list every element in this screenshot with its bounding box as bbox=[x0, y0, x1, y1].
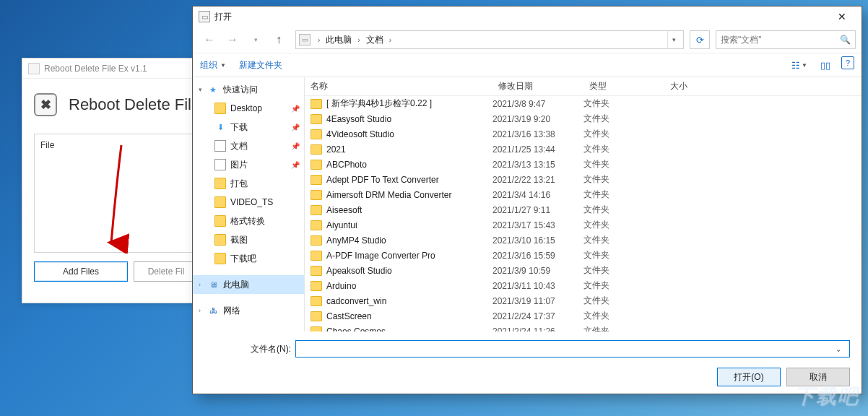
folder-icon bbox=[214, 234, 226, 246]
list-header: 名称 修改日期 类型 大小 bbox=[305, 77, 862, 96]
refresh-button[interactable]: ⟳ bbox=[690, 30, 710, 49]
column-type[interactable]: 类型 bbox=[583, 80, 664, 92]
folder-icon bbox=[214, 253, 226, 264]
file-list: 名称 修改日期 类型 大小 [ 新华字典4秒1步检字0.22 ]2021/3/8… bbox=[305, 77, 862, 332]
file-row[interactable]: 20212021/1/25 13:44文件夹 bbox=[305, 142, 862, 157]
breadcrumb-root[interactable]: 此电脑 bbox=[323, 32, 355, 48]
file-row[interactable]: 4Videosoft Studio2021/3/16 13:38文件夹 bbox=[305, 126, 862, 142]
file-name: Adept PDF To Text Converter bbox=[326, 175, 492, 185]
document-icon bbox=[214, 140, 226, 152]
view-options-button[interactable]: ☷▼ bbox=[789, 56, 810, 74]
file-row[interactable]: Aiseesoft2021/1/27 9:11文件夹 bbox=[305, 202, 862, 217]
breadcrumb-dropdown[interactable]: ▾ bbox=[667, 31, 680, 48]
file-row[interactable]: Aimersoft DRM Media Converter2021/3/4 14… bbox=[305, 187, 862, 202]
sidebar-quick-access[interactable]: ▾ ★ 快速访问 bbox=[193, 80, 304, 99]
file-row[interactable]: Adept PDF To Text Converter2021/2/22 13:… bbox=[305, 172, 862, 187]
file-date: 2021/3/19 11:07 bbox=[492, 296, 583, 306]
back-button[interactable]: ← bbox=[199, 30, 220, 50]
column-size[interactable]: 大小 bbox=[664, 80, 737, 92]
sidebar-item-label: 格式转换 bbox=[230, 215, 265, 228]
picture-icon bbox=[214, 159, 226, 170]
sidebar-item[interactable]: VIDEO_TS bbox=[193, 193, 304, 212]
chevron-right-icon: › bbox=[355, 36, 363, 44]
file-row[interactable]: cadconvert_win2021/3/19 11:07文件夹 bbox=[305, 293, 862, 308]
file-type: 文件夹 bbox=[583, 98, 664, 110]
file-row[interactable]: Chaos Cosmos2021/2/24 11:26文件夹 bbox=[305, 324, 862, 332]
folder-icon bbox=[311, 311, 322, 321]
filename-dropdown[interactable]: ⌄ bbox=[832, 345, 845, 353]
sidebar-item[interactable]: 打包 bbox=[193, 174, 304, 193]
file-date: 2021/3/17 15:43 bbox=[492, 220, 583, 230]
pin-icon: 📌 bbox=[291, 161, 300, 169]
file-row[interactable]: 4Easysoft Studio2021/3/19 9:20文件夹 bbox=[305, 111, 862, 126]
file-type: 文件夹 bbox=[583, 325, 664, 332]
sidebar-item[interactable]: 下载吧 bbox=[193, 249, 304, 268]
column-name[interactable]: 名称 bbox=[305, 80, 492, 92]
sidebar-item[interactable]: 文档📌 bbox=[193, 136, 304, 155]
sidebar-item[interactable]: 格式转换 bbox=[193, 212, 304, 230]
dialog-bottom-bar: 文件名(N): ⌄ 打开(O) 取消 bbox=[193, 332, 862, 394]
sidebar-item-label: 下载 bbox=[230, 121, 248, 134]
sidebar: ▾ ★ 快速访问 Desktop📌⬇下载📌文档📌图片📌打包VIDEO_TS格式转… bbox=[193, 77, 305, 332]
file-row[interactable]: Arduino2021/3/11 10:43文件夹 bbox=[305, 278, 862, 293]
file-name: 4Easysoft Studio bbox=[326, 114, 492, 124]
sidebar-item[interactable]: 图片📌 bbox=[193, 155, 304, 174]
cancel-button[interactable]: 取消 bbox=[786, 368, 850, 386]
folder-icon bbox=[311, 296, 322, 306]
file-date: 2021/3/8 9:47 bbox=[492, 99, 583, 109]
breadcrumb-folder[interactable]: 文档 bbox=[363, 32, 386, 48]
sidebar-item-label: 截图 bbox=[230, 234, 248, 246]
file-row[interactable]: A-PDF Image Converter Pro2021/3/16 15:59… bbox=[305, 248, 862, 263]
dialog-titlebar: ▭ 打开 ✕ bbox=[193, 6, 862, 27]
file-name: Aiyuntui bbox=[326, 220, 492, 230]
file-type: 文件夹 bbox=[583, 158, 664, 170]
forward-button[interactable]: → bbox=[222, 30, 243, 50]
folder-icon bbox=[214, 215, 226, 227]
file-name: 2021 bbox=[326, 144, 492, 155]
file-date: 2021/3/9 10:59 bbox=[492, 266, 583, 276]
file-name: cadconvert_win bbox=[326, 296, 492, 306]
file-row[interactable]: ABCPhoto2021/3/13 13:15文件夹 bbox=[305, 157, 862, 172]
organize-menu[interactable]: 组织▼ bbox=[200, 59, 226, 72]
filename-input[interactable]: ⌄ bbox=[295, 340, 850, 358]
search-input[interactable] bbox=[721, 35, 840, 45]
help-button[interactable]: ? bbox=[841, 56, 854, 69]
close-button[interactable]: ✕ bbox=[825, 7, 859, 26]
sidebar-item[interactable]: 截图 bbox=[193, 230, 304, 249]
add-files-button[interactable]: Add Files bbox=[34, 261, 128, 282]
search-box[interactable]: 🔍 bbox=[716, 30, 856, 49]
sidebar-item-label: Desktop bbox=[230, 103, 262, 113]
file-date: 2021/3/16 13:38 bbox=[492, 129, 583, 139]
up-button[interactable]: ↑ bbox=[268, 30, 290, 50]
sidebar-network[interactable]: › 🖧 网络 bbox=[193, 301, 304, 320]
folder-icon bbox=[311, 266, 322, 276]
preview-pane-button[interactable]: ▯▯ bbox=[815, 56, 836, 74]
file-type: 文件夹 bbox=[583, 264, 664, 277]
file-row[interactable]: CastScreen2021/2/24 17:37文件夹 bbox=[305, 308, 862, 324]
sidebar-item[interactable]: ⬇下载📌 bbox=[193, 118, 304, 136]
file-row[interactable]: AnyMP4 Studio2021/3/10 16:15文件夹 bbox=[305, 233, 862, 248]
computer-icon: 🖥 bbox=[207, 279, 219, 290]
file-row[interactable]: Aiyuntui2021/3/17 15:43文件夹 bbox=[305, 217, 862, 233]
sidebar-item[interactable]: Desktop📌 bbox=[193, 99, 304, 118]
delete-file-button[interactable]: Delete Fil bbox=[134, 261, 199, 282]
pin-icon: 📌 bbox=[291, 142, 300, 150]
file-date: 2021/3/4 14:16 bbox=[492, 190, 583, 200]
annotation-arrow bbox=[101, 142, 130, 254]
breadcrumb[interactable]: ▭ › 此电脑 › 文档 › ▾ bbox=[295, 30, 684, 49]
app-title: Reboot Delete File Ex v1.1 bbox=[44, 64, 147, 74]
sidebar-this-pc[interactable]: › 🖥 此电脑 bbox=[193, 275, 304, 294]
new-folder-button[interactable]: 新建文件夹 bbox=[239, 59, 282, 72]
recent-button[interactable]: ▾ bbox=[245, 30, 266, 50]
open-button[interactable]: 打开(O) bbox=[717, 368, 781, 386]
file-open-dialog: ▭ 打开 ✕ ← → ▾ ↑ ▭ › 此电脑 › 文档 › ▾ ⟳ 🔍 组织▼ … bbox=[192, 6, 862, 394]
pin-icon: 📌 bbox=[291, 105, 300, 113]
column-date[interactable]: 修改日期 bbox=[492, 80, 583, 92]
folder-icon bbox=[311, 114, 322, 124]
search-icon: 🔍 bbox=[840, 35, 851, 45]
delete-icon: ✖ bbox=[34, 93, 57, 116]
folder-icon bbox=[311, 220, 322, 230]
file-row[interactable]: Apeaksoft Studio2021/3/9 10:59文件夹 bbox=[305, 263, 862, 278]
file-row[interactable]: [ 新华字典4秒1步检字0.22 ]2021/3/8 9:47文件夹 bbox=[305, 96, 862, 111]
file-date: 2021/1/25 13:44 bbox=[492, 144, 583, 155]
